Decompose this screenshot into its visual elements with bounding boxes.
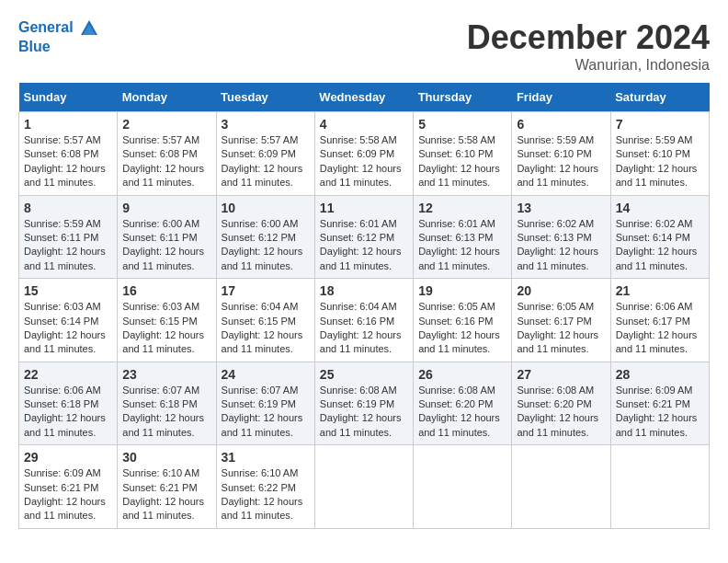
daylight-label: Daylight: 12 hours and 11 minutes. [122, 329, 204, 354]
daylight-label: Daylight: 12 hours and 11 minutes. [222, 329, 303, 354]
day-info: Sunrise: 6:08 AM Sunset: 6:19 PM Dayligh… [320, 384, 408, 441]
daylight-label: Daylight: 12 hours and 11 minutes. [616, 412, 698, 437]
daylight-label: Daylight: 12 hours and 11 minutes. [122, 496, 204, 521]
calendar-cell: 13 Sunrise: 6:02 AM Sunset: 6:13 PM Dayl… [512, 195, 610, 279]
sunset-label: Sunset: 6:21 PM [122, 482, 197, 493]
calendar-cell: 31 Sunrise: 6:10 AM Sunset: 6:22 PM Dayl… [216, 445, 314, 529]
sunrise-label: Sunrise: 6:00 AM [122, 218, 199, 229]
daylight-label: Daylight: 12 hours and 11 minutes. [222, 163, 303, 188]
day-info: Sunrise: 5:57 AM Sunset: 6:09 PM Dayligh… [222, 133, 310, 190]
sunrise-label: Sunrise: 6:03 AM [122, 301, 199, 312]
daylight-label: Daylight: 12 hours and 11 minutes. [222, 496, 303, 521]
day-info: Sunrise: 6:10 AM Sunset: 6:21 PM Dayligh… [122, 466, 210, 523]
sunrise-label: Sunrise: 6:08 AM [517, 385, 594, 396]
daylight-label: Daylight: 12 hours and 11 minutes. [24, 163, 106, 188]
sunset-label: Sunset: 6:16 PM [320, 316, 394, 327]
calendar-header-row: SundayMondayTuesdayWednesdayThursdayFrid… [19, 83, 710, 112]
day-info: Sunrise: 6:06 AM Sunset: 6:18 PM Dayligh… [24, 384, 112, 441]
sunset-label: Sunset: 6:21 PM [24, 482, 98, 493]
sunset-label: Sunset: 6:20 PM [517, 398, 591, 409]
daylight-label: Daylight: 12 hours and 11 minutes. [517, 329, 598, 354]
sunset-label: Sunset: 6:09 PM [222, 148, 296, 159]
sunrise-label: Sunrise: 5:57 AM [24, 134, 101, 145]
calendar-cell: 27 Sunrise: 6:08 AM Sunset: 6:20 PM Dayl… [512, 362, 610, 445]
sunset-label: Sunset: 6:18 PM [24, 398, 98, 409]
calendar-cell: 6 Sunrise: 5:59 AM Sunset: 6:10 PM Dayli… [512, 112, 610, 196]
sunset-label: Sunset: 6:19 PM [222, 398, 296, 409]
daylight-label: Daylight: 12 hours and 11 minutes. [222, 412, 303, 437]
calendar-cell: 15 Sunrise: 6:03 AM Sunset: 6:14 PM Dayl… [19, 279, 118, 362]
sunrise-label: Sunrise: 5:59 AM [616, 134, 693, 145]
calendar-cell [610, 445, 709, 529]
day-info: Sunrise: 6:02 AM Sunset: 6:13 PM Dayligh… [517, 217, 605, 274]
title-section: December 2024 Wanurian, Indonesia [467, 18, 710, 74]
day-number: 1 [24, 117, 112, 132]
daylight-label: Daylight: 12 hours and 11 minutes. [418, 246, 500, 270]
sunset-label: Sunset: 6:10 PM [418, 148, 493, 159]
day-info: Sunrise: 6:09 AM Sunset: 6:21 PM Dayligh… [616, 384, 704, 441]
day-info: Sunrise: 6:07 AM Sunset: 6:18 PM Dayligh… [122, 384, 210, 441]
logo: General Blue [18, 18, 99, 55]
day-info: Sunrise: 6:00 AM Sunset: 6:12 PM Dayligh… [222, 217, 310, 274]
calendar-cell: 28 Sunrise: 6:09 AM Sunset: 6:21 PM Dayl… [610, 362, 709, 445]
sunrise-label: Sunrise: 6:08 AM [320, 385, 397, 396]
daylight-label: Daylight: 12 hours and 11 minutes. [320, 246, 402, 270]
day-info: Sunrise: 5:59 AM Sunset: 6:10 PM Dayligh… [517, 133, 605, 190]
calendar-cell [512, 445, 610, 529]
daylight-label: Daylight: 12 hours and 11 minutes. [320, 163, 402, 188]
day-number: 31 [222, 450, 310, 465]
sunrise-label: Sunrise: 6:08 AM [418, 385, 495, 396]
day-number: 30 [122, 450, 210, 465]
day-number: 13 [517, 201, 605, 215]
daylight-label: Daylight: 12 hours and 11 minutes. [517, 412, 598, 437]
day-number: 17 [222, 283, 310, 298]
calendar-cell: 7 Sunrise: 5:59 AM Sunset: 6:10 PM Dayli… [610, 112, 709, 196]
calendar-cell: 25 Sunrise: 6:08 AM Sunset: 6:19 PM Dayl… [314, 362, 413, 445]
day-info: Sunrise: 5:58 AM Sunset: 6:09 PM Dayligh… [320, 133, 408, 190]
sunset-label: Sunset: 6:16 PM [418, 316, 493, 327]
sunrise-label: Sunrise: 5:57 AM [222, 134, 299, 145]
day-number: 27 [517, 367, 605, 382]
day-info: Sunrise: 5:59 AM Sunset: 6:11 PM Dayligh… [24, 217, 112, 274]
sunrise-label: Sunrise: 5:59 AM [517, 134, 594, 145]
sunset-label: Sunset: 6:15 PM [122, 316, 197, 327]
day-number: 5 [418, 117, 506, 132]
sunset-label: Sunset: 6:10 PM [616, 148, 690, 159]
day-info: Sunrise: 6:08 AM Sunset: 6:20 PM Dayligh… [418, 384, 506, 441]
day-info: Sunrise: 6:01 AM Sunset: 6:12 PM Dayligh… [320, 217, 408, 274]
sunset-label: Sunset: 6:12 PM [222, 232, 296, 243]
calendar-cell [314, 445, 413, 529]
daylight-label: Daylight: 12 hours and 11 minutes. [320, 329, 402, 354]
sunrise-label: Sunrise: 6:03 AM [24, 301, 101, 312]
sunset-label: Sunset: 6:13 PM [418, 232, 493, 243]
calendar-table: SundayMondayTuesdayWednesdayThursdayFrid… [18, 83, 710, 529]
calendar-cell: 1 Sunrise: 5:57 AM Sunset: 6:08 PM Dayli… [19, 112, 118, 196]
day-info: Sunrise: 6:09 AM Sunset: 6:21 PM Dayligh… [24, 466, 112, 523]
calendar-week-4: 22 Sunrise: 6:06 AM Sunset: 6:18 PM Dayl… [19, 362, 710, 445]
day-info: Sunrise: 6:04 AM Sunset: 6:15 PM Dayligh… [222, 300, 310, 357]
sunset-label: Sunset: 6:08 PM [24, 148, 98, 159]
day-info: Sunrise: 6:07 AM Sunset: 6:19 PM Dayligh… [222, 384, 310, 441]
sunset-label: Sunset: 6:11 PM [24, 232, 98, 243]
daylight-label: Daylight: 12 hours and 11 minutes. [24, 329, 106, 354]
daylight-label: Daylight: 12 hours and 11 minutes. [517, 246, 598, 270]
sunset-label: Sunset: 6:22 PM [222, 482, 296, 493]
sunrise-label: Sunrise: 6:09 AM [616, 385, 693, 396]
daylight-label: Daylight: 12 hours and 11 minutes. [616, 329, 698, 354]
sunrise-label: Sunrise: 6:04 AM [320, 301, 397, 312]
daylight-label: Daylight: 12 hours and 11 minutes. [24, 496, 106, 521]
calendar-cell: 16 Sunrise: 6:03 AM Sunset: 6:15 PM Dayl… [118, 279, 216, 362]
calendar-cell: 21 Sunrise: 6:06 AM Sunset: 6:17 PM Dayl… [610, 279, 709, 362]
day-info: Sunrise: 5:57 AM Sunset: 6:08 PM Dayligh… [24, 133, 112, 190]
daylight-label: Daylight: 12 hours and 11 minutes. [320, 412, 402, 437]
sunset-label: Sunset: 6:14 PM [24, 316, 98, 327]
calendar-week-2: 8 Sunrise: 5:59 AM Sunset: 6:11 PM Dayli… [19, 195, 710, 279]
sunrise-label: Sunrise: 5:59 AM [24, 218, 101, 229]
day-number: 18 [320, 283, 408, 298]
calendar-cell: 8 Sunrise: 5:59 AM Sunset: 6:11 PM Dayli… [19, 195, 118, 279]
day-number: 28 [616, 367, 704, 382]
sunset-label: Sunset: 6:19 PM [320, 398, 394, 409]
day-info: Sunrise: 5:58 AM Sunset: 6:10 PM Dayligh… [418, 133, 506, 190]
day-number: 20 [517, 283, 605, 298]
day-info: Sunrise: 6:10 AM Sunset: 6:22 PM Dayligh… [222, 466, 310, 523]
